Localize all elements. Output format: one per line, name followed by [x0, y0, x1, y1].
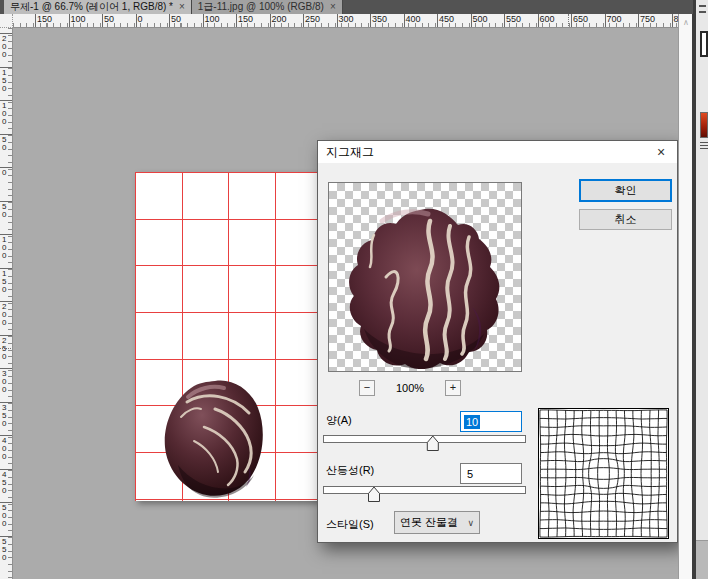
style-dropdown[interactable]: 연못 잔물결 ∨ — [394, 511, 480, 534]
amount-input[interactable]: 10 — [460, 411, 522, 432]
ruler-label: 150 — [2, 270, 6, 294]
cancel-button[interactable]: 취소 — [579, 209, 672, 230]
ridges-slider[interactable] — [322, 484, 528, 504]
ruler-tick — [370, 14, 371, 28]
ruler-label: 150 — [238, 15, 253, 24]
ruler-tick — [337, 14, 338, 28]
ruler-label: 100 — [2, 102, 6, 126]
ruler-label: 350 — [372, 15, 387, 24]
ruler-label: 0 — [2, 169, 6, 177]
right-panel-sliver — [696, 0, 708, 579]
ruler-label: 700 — [607, 15, 622, 24]
document-tabbar: 무제-1 @ 66.7% (레이어 1, RGB/8) * × 1급-11.jp… — [0, 0, 693, 14]
ruler-label: 150 — [37, 15, 52, 24]
ruler-tick — [471, 14, 472, 28]
panel-footer — [696, 540, 708, 579]
ridges-value: 5 — [467, 468, 473, 480]
ruler-label: 600 — [540, 15, 555, 24]
ruler-tick — [504, 14, 505, 28]
vertical-ruler[interactable]: 2001501005005010015020025030035040045050… — [0, 28, 13, 579]
ruler-label: 50 — [2, 203, 6, 219]
ruler-tick — [236, 14, 237, 28]
tab-untitled-1[interactable]: 무제-1 @ 66.7% (레이어 1, RGB/8) * × — [4, 0, 192, 14]
ruler-label: 250 — [305, 15, 320, 24]
ruler-label: 100 — [71, 15, 86, 24]
ruler-label: 500 — [2, 504, 6, 528]
ripple-grid-graphic — [539, 409, 668, 538]
ruler-label: 300 — [2, 370, 6, 394]
lines-icon[interactable] — [700, 142, 708, 150]
ruler-tick — [437, 14, 438, 28]
slider-graphic — [322, 484, 528, 504]
tab-close-icon[interactable]: × — [179, 2, 185, 12]
ruler-label: 250 — [2, 337, 6, 361]
ruler-tick — [638, 14, 639, 28]
tab-label: 무제-1 @ 66.7% (레이어 1, RGB/8) * — [10, 0, 173, 14]
ruler-label: 450 — [2, 471, 6, 495]
slider-graphic — [322, 433, 528, 453]
ruler-label: 50 — [171, 15, 181, 24]
preview-chocolate-zigzag — [334, 199, 516, 369]
amount-slider[interactable] — [322, 433, 528, 453]
ruler-tick — [538, 14, 539, 28]
amount-label: 양(A) — [326, 413, 352, 428]
ridges-label: 산등성(R) — [326, 463, 374, 478]
ruler-label: 450 — [439, 15, 454, 24]
tab-close-icon[interactable]: × — [330, 2, 336, 12]
scroll-up-arrow-icon[interactable]: ∧ — [681, 18, 691, 27]
style-label: 스타일(S) — [326, 517, 374, 532]
ridges-input[interactable]: 5 — [460, 463, 522, 484]
ruler-tick — [571, 14, 572, 28]
zoom-out-button[interactable]: − — [359, 380, 375, 396]
ruler-label: 500 — [473, 15, 488, 24]
chevron-down-icon: ∨ — [467, 518, 474, 528]
ruler-tick — [102, 14, 103, 28]
zigzag-grid-preview — [538, 408, 669, 539]
ruler-label: 300 — [339, 15, 354, 24]
tab-1geup-11-jpg[interactable]: 1급-11.jpg @ 100% (RGB/8) × — [192, 0, 343, 14]
ruler-tick — [69, 14, 70, 28]
ruler-label: 150 — [2, 69, 6, 93]
tab-label: 1급-11.jpg @ 100% (RGB/8) — [198, 0, 324, 14]
ruler-tick — [203, 14, 204, 28]
ruler-label: 400 — [2, 437, 6, 461]
ruler-label: 50 — [2, 136, 6, 152]
red-gradient-swatch-icon[interactable] — [700, 112, 708, 138]
ruler-tick — [303, 14, 304, 28]
dialog-title: 지그재그 — [318, 144, 374, 161]
panel-icon[interactable] — [699, 5, 706, 13]
style-value: 연못 잔물결 — [400, 515, 458, 530]
ruler-cursor-marker — [568, 14, 569, 28]
amount-value: 10 — [464, 415, 480, 429]
ruler-label: 750 — [640, 15, 655, 24]
document-canvas[interactable] — [135, 172, 335, 501]
filter-preview[interactable] — [328, 182, 522, 372]
ruler-label: 50 — [104, 15, 114, 24]
chocolate-truffle-image — [158, 375, 272, 501]
ruler-corner — [0, 14, 13, 28]
ruler-label: 100 — [205, 15, 220, 24]
ruler-label: 100 — [2, 236, 6, 260]
ruler-tick — [404, 14, 405, 28]
horizontal-ruler[interactable]: 1501005005010015020025030035040045050055… — [13, 14, 678, 28]
ok-button[interactable]: 확인 — [579, 179, 672, 202]
ruler-label: 550 — [2, 538, 6, 562]
ruler-label: 0 — [138, 15, 143, 24]
ruler-label: 550 — [506, 15, 521, 24]
zoom-in-button[interactable]: + — [445, 380, 461, 396]
dialog-titlebar[interactable]: 지그재그 × — [318, 141, 677, 163]
ruler-label: 350 — [2, 404, 6, 428]
ruler-label: 200 — [2, 303, 6, 327]
ruler-label: 200 — [2, 35, 6, 59]
ruler-tick — [270, 14, 271, 28]
panel-thumbnail-icon[interactable] — [700, 31, 708, 57]
ruler-label: 400 — [406, 15, 421, 24]
ruler-label: 650 — [573, 15, 588, 24]
close-icon[interactable]: × — [645, 141, 677, 163]
ruler-tick — [136, 14, 137, 28]
zoom-level: 100% — [380, 382, 440, 394]
ruler-tick — [672, 14, 673, 28]
ruler-tick — [35, 14, 36, 28]
ruler-tick — [605, 14, 606, 28]
vertical-scrollbar[interactable]: ∧ — [678, 14, 693, 579]
